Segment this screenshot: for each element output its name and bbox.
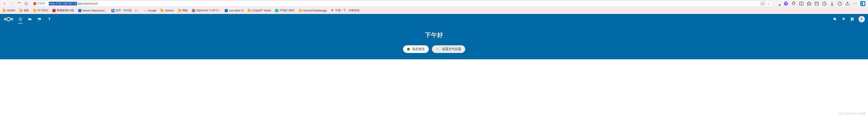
bookmark-label: WORK (7, 9, 16, 12)
bookmark-label: API接口调试 (279, 8, 294, 12)
header-right: F (833, 16, 865, 22)
performance-button[interactable] (837, 1, 842, 6)
favorites-button[interactable] (807, 1, 811, 6)
url-selected-part: https://192.168.252.74 (49, 2, 76, 5)
bookmark-item[interactable]: httprunner 2.x学习... (192, 8, 221, 12)
bookmark-label: 搞机 (24, 8, 29, 12)
svg-point-24 (843, 20, 844, 21)
svg-line-8 (840, 3, 841, 4)
svg-point-15 (7, 17, 10, 21)
favicon-icon (78, 9, 81, 12)
set-weather-label: 设置天气位置 (442, 47, 461, 51)
svg-line-23 (835, 20, 836, 21)
svg-point-22 (834, 18, 836, 20)
svg-point-11 (855, 3, 856, 4)
sidebar-toggle-button[interactable] (860, 1, 865, 6)
bookmark-item[interactable]: 度百度一下，你就知道 (331, 8, 360, 12)
folder-icon (160, 9, 164, 12)
greeting-text: 下午好 (425, 31, 443, 39)
back-button[interactable] (2, 1, 7, 6)
bookmark-item[interactable]: 学习笔记 (33, 8, 49, 12)
insecure-label: 不安全 (37, 2, 45, 5)
bookmark-label: 学习笔记 (37, 8, 49, 12)
bookmark-label: vxe-table v3 (229, 9, 244, 12)
bookmark-item[interactable]: Maven Repository:... (78, 9, 107, 12)
collections-button[interactable] (814, 1, 819, 6)
app-nav (18, 16, 52, 22)
extensions-button[interactable] (791, 1, 796, 6)
favicon-icon: 度 (331, 9, 334, 12)
split-screen-button[interactable] (799, 1, 804, 6)
nextcloud-logo[interactable] (3, 16, 14, 22)
bookmark-item[interactable]: Jenkins (160, 9, 174, 12)
svg-point-17 (11, 18, 13, 20)
bookmarks-bar: WORK搞机学习笔记网易邮箱6.0版Maven Repository:...知知… (0, 7, 868, 14)
refresh-button[interactable] (16, 1, 22, 6)
folder-icon (3, 9, 6, 12)
user-avatar[interactable]: F (859, 16, 865, 22)
nav-activity[interactable] (46, 16, 52, 22)
bookmark-item[interactable]: 网盘 (178, 8, 188, 12)
security-status[interactable]: ✕ 不安全 (33, 2, 45, 5)
home-button[interactable] (24, 1, 29, 6)
bookmark-item[interactable]: 搞机 (20, 8, 29, 12)
favicon-icon (275, 9, 278, 12)
extension-chrome-icon[interactable] (776, 1, 781, 6)
folder-icon (178, 9, 181, 12)
dashboard: 下午好 设定状态 ⛅ 设置天气位置 (0, 24, 868, 59)
nav-photos[interactable] (37, 16, 42, 22)
folder-icon (33, 9, 36, 12)
bookmark-item[interactable]: 知知乎 - 有问题，上... (112, 8, 140, 12)
nav-dashboard[interactable] (18, 16, 23, 22)
svg-point-10 (853, 3, 854, 4)
bookmark-item[interactable]: vxe-table v3 (225, 9, 244, 12)
folder-icon (248, 9, 251, 12)
svg-rect-14 (863, 2, 864, 5)
set-weather-button[interactable]: ⛅ 设置天气位置 (432, 45, 465, 53)
bookmark-label: ServiceTestManage (303, 9, 327, 12)
search-icon[interactable] (833, 17, 837, 22)
favicon-icon: G (144, 9, 147, 12)
notifications-icon[interactable] (841, 17, 846, 22)
bookmark-item[interactable]: ServiceTestManage (299, 9, 327, 12)
svg-rect-3 (815, 2, 818, 5)
folder-icon (20, 9, 23, 12)
nav-files[interactable] (27, 16, 33, 22)
bookmark-item[interactable]: 网易邮箱6.0版 (53, 8, 74, 12)
contacts-icon[interactable] (850, 17, 855, 22)
history-button[interactable] (822, 1, 827, 6)
bookmark-label: ChatGPT Web4 (252, 9, 271, 12)
browser-toolbar: ✕ 不安全 | https://192.168.252.74/apps/dash… (0, 0, 868, 7)
insecure-icon: ✕ (33, 2, 36, 5)
favicon-icon (225, 9, 228, 12)
bookmark-label: 百度一下，你就知道 (335, 8, 360, 12)
bookmark-label: 网盘 (182, 8, 188, 12)
svg-marker-2 (807, 1, 811, 5)
bookmark-item[interactable]: WORK (3, 9, 16, 12)
url-text[interactable]: https://192.168.252.74/apps/dashboard/ (49, 2, 759, 5)
bookmark-label: Google (148, 9, 157, 12)
favicon-icon: 知 (112, 9, 115, 12)
downloads-button[interactable] (830, 1, 835, 6)
share-button[interactable] (845, 1, 850, 6)
browser-right-toolbar: ✦ (775, 1, 866, 6)
bookmark-label: Maven Repository:... (83, 9, 107, 12)
set-status-label: 设定状态 (412, 47, 425, 51)
bookmark-label: Jenkins (165, 9, 174, 12)
bookmark-item[interactable]: GGoogle (144, 9, 157, 12)
separator: | (47, 2, 48, 5)
set-status-button[interactable]: 设定状态 (403, 45, 429, 53)
address-bar[interactable]: ✕ 不安全 | https://192.168.252.74/apps/dash… (31, 1, 773, 6)
svg-point-19 (20, 19, 21, 20)
reader-mode-button[interactable]: A» (761, 2, 765, 5)
bookmark-item[interactable]: API接口调试 (275, 8, 294, 12)
app-header: F (0, 14, 868, 24)
forward-button[interactable] (9, 1, 14, 6)
extension-copilot-icon[interactable]: ✦ (783, 1, 788, 6)
favicon-icon (192, 9, 195, 12)
more-button[interactable] (852, 1, 858, 6)
bookmark-item[interactable]: ChatGPT Web4 (248, 9, 271, 12)
favicon-icon (53, 9, 56, 12)
url-rest-part: /apps/dashboard/ (77, 2, 98, 5)
favorite-button[interactable]: ☆ (767, 1, 771, 6)
